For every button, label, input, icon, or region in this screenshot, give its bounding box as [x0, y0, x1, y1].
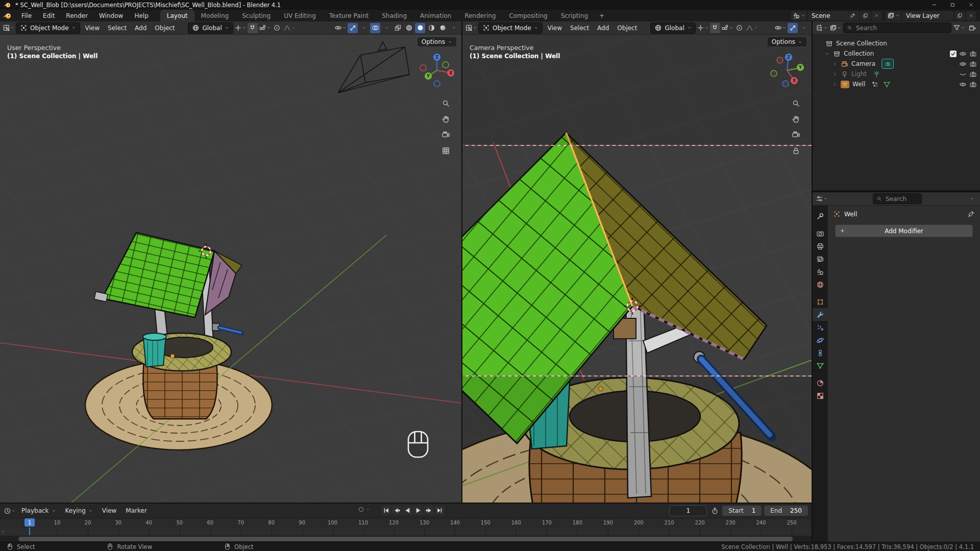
properties-options-button[interactable]: [967, 194, 977, 204]
tab-modeling[interactable]: Modeling: [194, 10, 236, 21]
playhead-line[interactable]: [29, 528, 30, 535]
menu-help[interactable]: Help: [129, 10, 154, 21]
shading-solid-button[interactable]: [415, 23, 425, 33]
jump-to-end-button[interactable]: [435, 506, 445, 515]
viewport-menu-object[interactable]: Object: [151, 24, 179, 32]
tab-texture-paint[interactable]: Texture Paint: [323, 10, 375, 21]
timeline-menu-view[interactable]: View: [97, 507, 121, 514]
properties-tab-object[interactable]: [813, 295, 828, 308]
new-scene-button[interactable]: [860, 11, 870, 20]
tab-layout[interactable]: Layout: [160, 10, 194, 21]
pan-hand-icon[interactable]: [442, 115, 450, 123]
scene-browse-button[interactable]: [791, 11, 807, 20]
expander-icon[interactable]: [831, 82, 839, 87]
gizmos-dropdown[interactable]: [799, 23, 809, 33]
display-mode-button[interactable]: [829, 23, 842, 33]
timeline-ruler[interactable]: 1020304050607080901001101201301401501601…: [0, 518, 812, 528]
maximize-button[interactable]: [943, 0, 962, 10]
properties-tab-view-layer[interactable]: [813, 253, 828, 265]
viewport-3d-area[interactable]: Camera Perspective (1) Scene Collection …: [462, 35, 812, 503]
menu-window[interactable]: Window: [93, 10, 129, 21]
shading-dropdown[interactable]: [449, 23, 459, 33]
editor-type-button[interactable]: [4, 506, 16, 516]
blender-menu-button[interactable]: [0, 10, 16, 21]
outliner-row-scene-collection[interactable]: Scene Collection: [813, 38, 980, 48]
unlink-scene-button[interactable]: [871, 11, 881, 20]
playhead-frame-chip[interactable]: 1: [24, 518, 35, 527]
tab-scripting[interactable]: Scripting: [554, 10, 595, 21]
overlays-button[interactable]: [370, 23, 380, 33]
properties-tab-world[interactable]: [813, 278, 828, 291]
menu-render[interactable]: Render: [60, 10, 93, 21]
transform-orientation-selector[interactable]: Global: [650, 22, 695, 34]
pan-hand-icon[interactable]: [792, 115, 800, 123]
tab-sculpting[interactable]: Sculpting: [235, 10, 277, 21]
properties-tab-material[interactable]: [813, 377, 828, 389]
current-frame-field[interactable]: 1: [669, 505, 707, 516]
mode-selector[interactable]: Object Mode: [478, 22, 543, 34]
proportional-falloff-button[interactable]: [283, 23, 296, 33]
timeline-menu-keying[interactable]: Keying: [61, 507, 97, 514]
view-layer-browse-button[interactable]: [886, 11, 901, 20]
jump-to-start-button[interactable]: [381, 506, 391, 515]
gizmos-button[interactable]: [788, 23, 798, 33]
pin-icon[interactable]: [850, 13, 855, 18]
outliner-search[interactable]: [843, 22, 951, 33]
menu-file[interactable]: File: [16, 10, 37, 21]
viewport-menu-add[interactable]: Add: [131, 24, 151, 32]
properties-tab-constraints[interactable]: [813, 346, 828, 359]
new-view-layer-button[interactable]: [954, 11, 965, 20]
shading-material-button[interactable]: [426, 23, 436, 33]
expander-icon[interactable]: [831, 71, 839, 77]
properties-tab-data[interactable]: [813, 359, 828, 372]
tab-uv-editing[interactable]: UV Editing: [277, 10, 323, 21]
viewport-menu-object[interactable]: Object: [613, 24, 641, 32]
properties-search[interactable]: [873, 193, 922, 204]
gizmos-button[interactable]: [348, 23, 358, 33]
tab-animation[interactable]: Animation: [413, 10, 458, 21]
scene-name-field[interactable]: Scene: [808, 11, 859, 20]
disable-in-renders-icon[interactable]: [969, 81, 977, 88]
filter-button[interactable]: [953, 23, 965, 33]
transform-orientation-selector[interactable]: Global: [188, 22, 233, 34]
disable-in-renders-icon[interactable]: [969, 50, 977, 58]
menu-edit[interactable]: Edit: [37, 10, 60, 21]
viewport-menu-select[interactable]: Select: [566, 24, 593, 32]
properties-tab-scene[interactable]: [813, 265, 828, 278]
outliner-row-camera[interactable]: Camera: [813, 59, 980, 69]
camera-view-icon[interactable]: [792, 131, 800, 139]
outliner-row-collection[interactable]: Collection: [813, 48, 980, 59]
hide-in-viewport-icon[interactable]: [959, 60, 967, 68]
collection-checkbox[interactable]: [950, 51, 957, 57]
add-workspace-button[interactable]: +: [595, 10, 609, 21]
snap-settings-button[interactable]: [259, 23, 271, 33]
properties-tab-tool[interactable]: [813, 210, 828, 222]
proportional-editing-button[interactable]: [272, 23, 282, 33]
viewport-menu-add[interactable]: Add: [593, 24, 613, 32]
xray-toggle-button[interactable]: [393, 23, 403, 33]
properties-tab-particles[interactable]: [813, 321, 828, 334]
properties-tab-output[interactable]: [813, 240, 828, 253]
editor-type-button[interactable]: [465, 23, 477, 33]
outliner-row-light[interactable]: Light: [813, 69, 980, 79]
timeline-channel-area[interactable]: ›: [0, 528, 812, 536]
outliner-row-well[interactable]: Well: [813, 79, 980, 89]
pivot-point-button[interactable]: [234, 23, 247, 33]
navigation-gizmo[interactable]: Z Y X: [770, 53, 804, 88]
hide-in-viewport-icon[interactable]: [959, 50, 967, 58]
disable-in-renders-icon[interactable]: [969, 60, 977, 68]
viewport-menu-view[interactable]: View: [544, 24, 566, 32]
use-preview-range-button[interactable]: [709, 506, 720, 516]
proportional-editing-button[interactable]: [734, 23, 745, 33]
tab-rendering[interactable]: Rendering: [458, 10, 502, 21]
view-layer-name-field[interactable]: View Layer: [902, 11, 953, 20]
hide-in-viewport-icon[interactable]: [959, 81, 967, 88]
editor-type-button[interactable]: [816, 23, 828, 33]
visibility-button[interactable]: [774, 23, 787, 33]
properties-tab-physics[interactable]: [813, 334, 828, 346]
gizmos-dropdown[interactable]: [359, 23, 369, 33]
zoom-icon[interactable]: [442, 99, 450, 108]
minimize-button[interactable]: [925, 0, 943, 10]
hidden-eye-icon[interactable]: [959, 70, 967, 78]
pin-icon[interactable]: [967, 210, 975, 218]
